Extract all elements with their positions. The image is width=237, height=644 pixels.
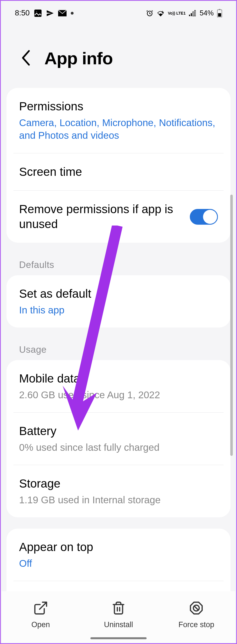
uninstall-button[interactable]: Uninstall <box>79 601 157 629</box>
gallery-icon <box>34 9 42 17</box>
svg-point-1 <box>36 11 37 13</box>
appear-on-top-item[interactable]: Appear on top Off <box>6 529 231 581</box>
set-default-title: Set as default <box>19 286 218 301</box>
open-icon <box>34 601 48 616</box>
usage-header: Usage <box>1 336 236 360</box>
header: App info <box>1 23 236 88</box>
bottom-nav: Open Uninstall Force stop <box>2 591 235 643</box>
storage-item[interactable]: Storage 1.19 GB used in Internal storage <box>6 465 231 517</box>
page-title: App info <box>44 48 113 68</box>
trash-icon <box>111 601 126 616</box>
svg-rect-5 <box>191 13 192 16</box>
permissions-subtitle: Camera, Location, Microphone, Notificati… <box>19 116 218 142</box>
svg-rect-10 <box>218 13 221 17</box>
home-indicator[interactable] <box>90 637 147 639</box>
screen-time-title: Screen time <box>19 165 218 179</box>
set-default-item[interactable]: Set as default In this app <box>6 275 231 327</box>
alarm-icon <box>146 10 153 17</box>
stop-icon <box>189 601 203 616</box>
battery-item[interactable]: Battery 0% used since last fully charged <box>6 413 231 465</box>
open-label: Open <box>31 620 50 629</box>
set-default-subtitle: In this app <box>19 304 218 317</box>
svg-rect-4 <box>189 15 190 16</box>
mobile-data-item[interactable]: Mobile data 2.60 GB used since Aug 1, 20… <box>6 360 231 412</box>
lte-label: Vo)) LTE1 <box>168 11 186 15</box>
wifi-icon <box>157 10 165 16</box>
battery-icon <box>217 9 222 17</box>
status-right: Vo)) LTE1 54% <box>146 9 222 17</box>
mobile-data-subtitle: 2.60 GB used since Aug 1, 2022 <box>19 388 218 401</box>
send-icon <box>46 9 54 17</box>
remove-permissions-item[interactable]: Remove permissions if app is unused <box>6 191 231 243</box>
mobile-data-title: Mobile data <box>19 371 218 386</box>
force-stop-button[interactable]: Force stop <box>158 601 235 629</box>
status-left: 8:50 <box>15 9 74 17</box>
remove-permissions-toggle[interactable] <box>190 209 218 225</box>
battery-subtitle: 0% used since last fully charged <box>19 441 218 454</box>
back-icon[interactable] <box>20 50 32 67</box>
appear-on-top-subtitle: Off <box>19 557 218 570</box>
svg-rect-9 <box>219 9 220 10</box>
battery-title: Battery <box>19 424 218 439</box>
svg-rect-0 <box>35 10 41 16</box>
defaults-header: Defaults <box>1 251 236 275</box>
open-button[interactable]: Open <box>2 601 79 629</box>
battery-percent: 54% <box>200 9 214 17</box>
svg-rect-6 <box>193 12 194 16</box>
mail-icon <box>58 10 67 17</box>
section-usage: Mobile data 2.60 GB used since Aug 1, 20… <box>6 360 231 517</box>
storage-subtitle: 1.19 GB used in Internal storage <box>19 493 218 506</box>
status-time: 8:50 <box>15 9 30 17</box>
permissions-item[interactable]: Permissions Camera, Location, Microphone… <box>6 88 231 153</box>
more-dot-icon <box>71 12 74 15</box>
status-bar: 8:50 Vo)) LTE1 54% <box>1 1 236 23</box>
signal-icon <box>189 10 196 16</box>
section-permissions-group: Permissions Camera, Location, Microphone… <box>6 88 231 243</box>
svg-rect-7 <box>194 10 195 16</box>
storage-title: Storage <box>19 476 218 491</box>
scroll-indicator[interactable] <box>230 195 233 456</box>
screen-time-item[interactable]: Screen time <box>6 153 231 191</box>
permissions-title: Permissions <box>19 99 218 114</box>
uninstall-label: Uninstall <box>104 620 133 629</box>
section-defaults: Set as default In this app <box>6 275 231 327</box>
remove-permissions-title: Remove permissions if app is unused <box>19 202 181 231</box>
appear-on-top-title: Appear on top <box>19 540 218 555</box>
toggle-knob <box>203 210 217 224</box>
force-stop-label: Force stop <box>179 620 215 629</box>
